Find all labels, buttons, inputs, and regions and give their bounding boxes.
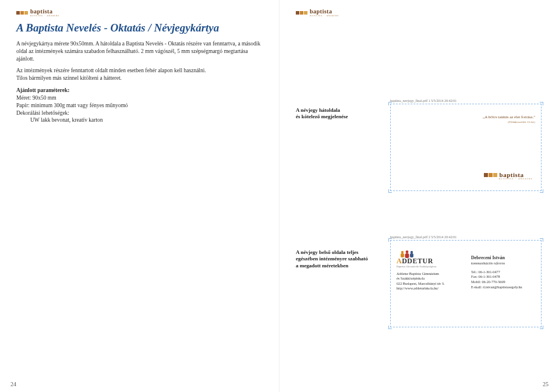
p3: Az intézmények részére fenntartott oldal… <box>16 68 206 73</box>
card1-quote: „A bölcs tanítás az élet forrása." (Péld… <box>483 115 535 124</box>
svg-rect-1 <box>401 253 404 257</box>
p4: Tilos bármilyen más színnel kitölteni a … <box>16 75 122 81</box>
page-number-right: 25 <box>543 381 549 387</box>
card2-caption: A névjegy belső oldala teljes egészében … <box>296 249 368 269</box>
card2-right: Debreceni István kommunikációs referens … <box>471 255 535 289</box>
card1-caption: A névjegy hátoldala és kötelező megjelen… <box>296 107 348 121</box>
svg-point-2 <box>406 250 409 253</box>
contact-name: Debreceni István <box>471 255 535 261</box>
logo-squares-icon <box>484 173 497 177</box>
contact-role: kommunikációs referens <box>471 261 535 266</box>
brand-squares-icon-r <box>296 11 307 15</box>
brand-logo-r: baptista nevelés · oktatás <box>296 8 543 17</box>
addetur-sub: Baptista Alternatívák Szakképzőgimn. <box>397 265 464 268</box>
card2-filetag: baptista_nevjegy_final.pdf 2 5/5/2014 20… <box>390 235 542 239</box>
card1-logo: baptista nevelés · oktatás <box>484 171 533 180</box>
card1-filetag: baptista_nevjegy_final.pdf 1 5/5/2014 20… <box>390 99 542 103</box>
svg-point-4 <box>411 251 413 253</box>
card1: „A bölcs tanítás az élet forrása." (Péld… <box>390 104 542 191</box>
brand-sub-r: nevelés · oktatás <box>310 14 339 17</box>
svg-rect-5 <box>410 253 413 257</box>
page-left: baptista nevelés · oktatás A Baptista Ne… <box>0 0 280 392</box>
addetur-logo: ADDETUR <box>397 257 464 266</box>
body-text: A névjegykártya mérete 90x50mm. A hátold… <box>16 40 263 124</box>
page-number-left: 24 <box>10 381 16 387</box>
brand-squares-icon <box>16 11 28 15</box>
addetur-info: Addetur Baptista Gimnázium és Szakközépi… <box>397 271 464 291</box>
params-l4: UW lakk bevonat, kreatív karton <box>16 116 263 124</box>
card1-wrap: baptista_nevjegy_final.pdf 1 5/5/2014 20… <box>390 99 542 191</box>
brand-logo: baptista nevelés · oktatás <box>16 8 263 17</box>
card2: ADDETUR Baptista Alternatívák Szakképzőg… <box>390 240 542 327</box>
svg-point-0 <box>401 251 404 253</box>
page-title: A Baptista Nevelés - Oktatás / Névjegyká… <box>16 22 263 34</box>
params-block: Ajánlott paraméterek: Méret: 90x50 mm Pa… <box>16 87 263 124</box>
contact-fax: Fax: 06-1-301-0478 <box>471 274 535 280</box>
params-l3: Dekorálási lehetőségek: <box>16 110 263 117</box>
people-icon <box>399 250 416 258</box>
contact-mob: Mobil: 06-20-770-5609 <box>471 280 535 285</box>
contact-tel: Tel.: 06-1-301-0477 <box>471 270 535 275</box>
params-l2: Papír: minimum 300g matt vagy fényes műn… <box>16 102 263 110</box>
params-header: Ajánlott paraméterek: <box>16 87 263 94</box>
contact-email: E-mail: d.istvan@baptistasegely.hu <box>471 285 535 290</box>
card2-wrap: baptista_nevjegy_final.pdf 2 5/5/2014 20… <box>390 235 542 327</box>
page-right: baptista nevelés · oktatás A névjegy hát… <box>280 0 559 392</box>
card2-left: ADDETUR Baptista Alternatívák Szakképzőg… <box>397 249 464 291</box>
svg-rect-3 <box>405 253 409 258</box>
params-l1: Méret: 90x50 mm <box>16 94 263 102</box>
brand-sub: nevelés · oktatás <box>30 14 59 17</box>
